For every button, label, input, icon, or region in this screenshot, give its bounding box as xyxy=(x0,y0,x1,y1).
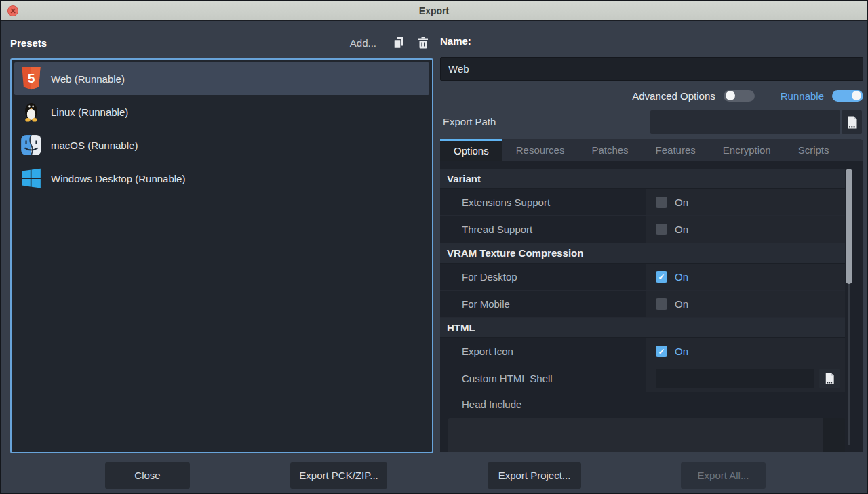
presets-title: Presets xyxy=(10,37,350,49)
inspector-section-header: HTML xyxy=(440,318,845,338)
preset-item-web-runnable[interactable]: 5 Web (Runnable) xyxy=(14,62,429,95)
inspector-property-row: Thread Support On xyxy=(440,216,845,243)
checkbox-label: On xyxy=(675,298,688,310)
tabbar: OptionsResourcesPatchesFeaturesEncryptio… xyxy=(440,139,863,161)
property-label: Head Include xyxy=(440,392,845,415)
property-value-cell: ✓ On xyxy=(646,264,845,290)
export-all-button: Export All... xyxy=(681,462,766,489)
export-pck-zip-button[interactable]: Export PCK/ZIP... xyxy=(290,462,387,489)
preset-item-macos-runnable[interactable]: macOS (Runnable) xyxy=(14,129,429,161)
tab-resources[interactable]: Resources xyxy=(502,139,578,161)
tabbar-filler xyxy=(843,139,863,161)
inspector-property-row: Custom HTML Shell xyxy=(440,365,845,392)
export-path-browse-button[interactable] xyxy=(842,110,862,134)
checkbox-label: On xyxy=(675,346,688,357)
add-preset-button[interactable]: Add... xyxy=(350,37,376,49)
inspector-property-row: Extensions Support On xyxy=(440,189,845,216)
text-editor-gutter xyxy=(823,418,845,452)
toggle-knob xyxy=(726,91,735,100)
dialog-body: Presets Add... 5 Web (Runnable) xyxy=(1,22,867,494)
export-path-label: Export Path xyxy=(443,116,496,127)
multiline-text-editor[interactable] xyxy=(448,418,845,452)
close-button[interactable]: Close xyxy=(105,462,190,489)
inspector-rows: Variant Extensions Support On Thread Sup… xyxy=(440,169,845,452)
checkbox-label: On xyxy=(675,197,688,208)
titlebar: ✕ Export xyxy=(1,1,867,21)
browse-file-button[interactable] xyxy=(819,369,840,388)
property-label: Thread Support xyxy=(440,216,646,243)
inspector-property-row: Export Icon ✓ On xyxy=(440,338,845,365)
inspector-property-row: For Mobile On xyxy=(440,291,845,318)
preset-label: Linux (Runnable) xyxy=(51,106,128,118)
property-value-cell: ✓ On xyxy=(646,338,845,365)
checkbox[interactable]: ✓ xyxy=(656,346,667,357)
export-path-input[interactable] xyxy=(650,110,840,134)
checkbox[interactable]: ✓ xyxy=(656,271,667,283)
checkbox[interactable] xyxy=(656,224,667,235)
html5-icon: 5 xyxy=(20,67,43,90)
tab-features[interactable]: Features xyxy=(642,139,709,161)
property-value-cell: On xyxy=(646,291,845,317)
inspector-multiline-row: Head Include xyxy=(440,392,845,452)
property-value-cell xyxy=(646,365,845,392)
runnable-toggle[interactable] xyxy=(832,90,863,102)
tab-options[interactable]: Options xyxy=(440,139,502,161)
scrollbar-thumb[interactable] xyxy=(846,169,852,284)
preset-label: macOS (Runnable) xyxy=(51,140,138,151)
export-dialog: ✕ Export Presets Add... xyxy=(0,0,868,494)
checkbox-label: On xyxy=(675,224,688,235)
runnable-label: Runnable xyxy=(781,90,824,102)
file-path-input[interactable] xyxy=(656,369,814,388)
checkbox[interactable] xyxy=(656,197,667,208)
close-window-icon[interactable]: ✕ xyxy=(7,5,18,16)
inspector-section-header: Variant xyxy=(440,169,845,189)
presets-header: Presets Add... xyxy=(10,34,433,52)
preset-label: Windows Desktop (Runnable) xyxy=(51,173,185,184)
advanced-options-toggle[interactable] xyxy=(724,90,755,102)
property-value-cell: On xyxy=(646,189,845,215)
tab-encryption[interactable]: Encryption xyxy=(709,139,785,161)
windows-icon xyxy=(20,167,43,190)
tab-patches[interactable]: Patches xyxy=(578,139,642,161)
name-label: Name: xyxy=(440,35,471,47)
advanced-options-label: Advanced Options xyxy=(632,90,715,102)
checkbox[interactable] xyxy=(656,298,667,310)
inspector-property-row: For Desktop ✓ On xyxy=(440,264,845,291)
svg-text:5: 5 xyxy=(28,71,35,85)
tab-scripts[interactable]: Scripts xyxy=(785,139,843,161)
property-label: For Mobile xyxy=(440,291,646,317)
preset-item-linux-runnable[interactable]: Linux (Runnable) xyxy=(14,96,429,128)
export-project-button[interactable]: Export Project... xyxy=(488,462,581,489)
toggle-knob xyxy=(852,91,861,100)
preset-label: Web (Runnable) xyxy=(51,73,125,85)
property-label: Custom HTML Shell xyxy=(440,365,646,392)
preset-item-windows-desktop-runnable[interactable]: Windows Desktop (Runnable) xyxy=(14,162,429,194)
options-inspector: Variant Extensions Support On Thread Sup… xyxy=(440,161,863,452)
property-value-cell: On xyxy=(646,216,845,243)
toggle-row: Advanced Options Runnable xyxy=(440,87,863,104)
property-label: Extensions Support xyxy=(440,189,646,215)
window-title: Export xyxy=(419,5,449,16)
checkbox-label: On xyxy=(675,271,688,283)
delete-preset-icon[interactable] xyxy=(416,35,431,50)
property-label: For Desktop xyxy=(440,264,646,290)
preset-list: 5 Web (Runnable) Linux (Runnable) macOS … xyxy=(10,58,433,453)
linux-icon xyxy=(20,100,43,123)
macos-icon xyxy=(20,133,43,157)
inspector-section-header: VRAM Texture Compression xyxy=(440,243,845,264)
duplicate-preset-icon[interactable] xyxy=(391,35,406,50)
property-label: Export Icon xyxy=(440,338,646,365)
export-path-row: Export Path xyxy=(440,110,863,135)
name-input[interactable] xyxy=(440,57,863,81)
